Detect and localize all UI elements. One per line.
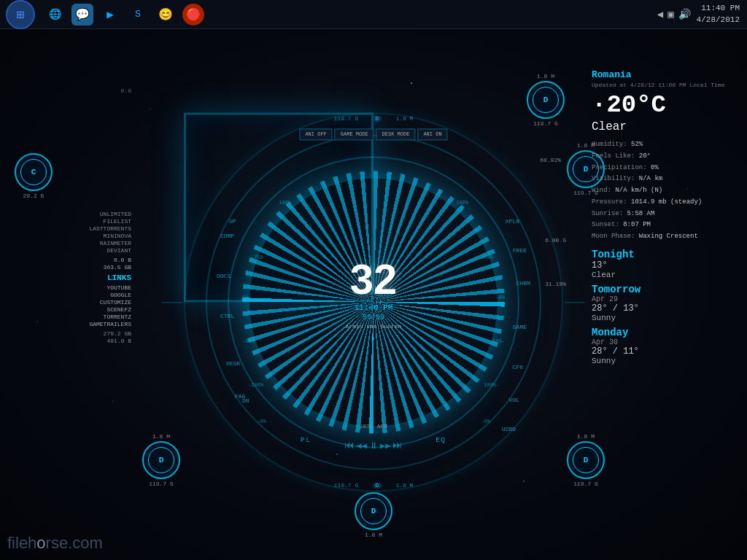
watermark-highlight: o <box>36 534 45 552</box>
sidebar-link-scenefz[interactable]: SCENEFZ <box>7 306 131 313</box>
weather-details: Humidity: 52% Feels Like: 20° Precipitat… <box>592 139 741 243</box>
sidebar-item-deviant[interactable]: DEVIANT <box>7 247 131 254</box>
ani-on-btn[interactable]: ANI ON <box>417 128 447 140</box>
next-btn[interactable]: ⏭ <box>392 440 403 451</box>
sidebar-value-00b: 0.0 B <box>7 257 131 263</box>
node-c-value: 29.2 G <box>15 192 53 199</box>
game-mode-btn[interactable]: GAME MODE <box>335 128 374 140</box>
corner-node-bottom: D 1.8 M <box>355 492 392 538</box>
sidebar-item-filelist[interactable]: FILELIST <box>7 218 131 225</box>
sidebar-link-google[interactable]: GOOGLE <box>7 292 131 298</box>
fwd-btn[interactable]: ▶▶ <box>380 440 390 451</box>
humidity-label: Humidity: <box>592 141 631 148</box>
sidebar-link-youtube[interactable]: YOUTUBE <box>7 284 131 291</box>
clock-time: 11:40 PM <box>697 3 740 14</box>
center-display: 32 11:40 PM 56:09 Armin van Buuren <box>346 258 402 346</box>
desk-mode-btn[interactable]: DESK MODE <box>376 128 416 140</box>
sidebar-link-torrentz[interactable]: TORRENTZ <box>7 314 131 320</box>
corner-node-left-bottom: 1.8 M D 119.7 G <box>142 433 180 487</box>
tomorrow-condition: Sunny <box>592 314 741 322</box>
ani-off-btn[interactable]: ANI OFF <box>299 128 332 140</box>
vis-label: Visibility: <box>592 175 639 182</box>
deco-line-left <box>162 302 182 303</box>
monday-date: Apr 30 <box>592 338 741 346</box>
watermark-text: filehorse.com <box>7 534 103 553</box>
start-button[interactable] <box>6 0 35 29</box>
track-time: 56:09 <box>346 314 402 322</box>
tonight-title: Tonight <box>592 249 741 260</box>
weather-panel: Romania Updated at 4/28/12 11:00 PM Loca… <box>592 69 741 365</box>
taskbar-icon-chat[interactable]: 💬 <box>71 4 93 26</box>
taskbar-icon-skype[interactable]: S <box>127 4 149 26</box>
deco-line-right <box>565 302 585 303</box>
pct-100-tl: 100% <box>279 200 291 206</box>
tomorrow-temp: 28° / 13° <box>592 303 741 314</box>
monday-title: Monday <box>592 327 741 338</box>
volume-icon: 🔊 <box>678 8 691 20</box>
sidebar-value-0-0: 0.0 <box>7 88 131 94</box>
precip-label: Precipitation: <box>592 164 651 171</box>
pause-btn[interactable]: ⏸ <box>369 440 378 451</box>
pct-0-br: -0% <box>481 419 490 424</box>
prev-btn[interactable]: ⏮ <box>344 440 355 451</box>
sidebar-item-rainmeter[interactable]: RAINMETER <box>7 240 131 246</box>
corner-node-right-bottom: 1.8 M D 119.7 G <box>567 433 605 487</box>
label-vol: VOL <box>509 397 519 403</box>
taskbar-icon-play[interactable]: ▶ <box>99 4 121 26</box>
pct-100-br: 100%- <box>484 382 499 388</box>
pct-75-l: -75% <box>251 254 263 260</box>
precip-value: 0% <box>651 164 659 171</box>
taskbar-right-area: ◀ ▣ 🔊 11:40 PM 4/28/2012 <box>657 3 747 26</box>
taskbar-clock: 11:40 PM 4/28/2012 <box>697 3 740 26</box>
artist-name: Armin van Buuren <box>346 323 402 330</box>
svg-marker-0 <box>372 335 375 341</box>
node-d-top: D <box>533 87 559 113</box>
moon-label: Moon Phase: <box>592 233 639 240</box>
pct-0-r: -0% <box>495 295 505 300</box>
rew-btn[interactable]: ◀◀ <box>357 440 367 451</box>
sunrise-label: Sunrise: <box>592 210 627 217</box>
sidebar-value-491b: 491.0 B <box>7 338 131 344</box>
back-icon: ◀ <box>657 8 663 20</box>
label-eq: EQ <box>436 437 446 444</box>
corner-node-topleft: C 29.2 G <box>15 153 53 199</box>
pressure-label: Pressure: <box>592 198 631 206</box>
feels-label: Feels Like: <box>592 152 639 160</box>
links-section-title: LINKS <box>7 273 131 282</box>
sidebar-value-279gb: 279.2 GB <box>7 330 131 337</box>
label-xplr: XPLR <box>506 218 519 225</box>
pressure-value: 1014.9 mb (steady) <box>631 198 702 206</box>
taskbar-icon-app[interactable]: 🔴 <box>182 4 204 26</box>
node-d-right-bottom: D <box>573 447 599 473</box>
mode-buttons: ANI OFF GAME MODE DESK MODE ANI ON <box>299 128 447 140</box>
moon-value: Waxing Crescent <box>639 233 698 240</box>
sidebar-link-customize[interactable]: CUSTOMIZE <box>7 299 131 306</box>
label-ctrl: CTRL <box>220 313 234 319</box>
sidebar-link-gametrailers[interactable]: GAMETRAILERS <box>7 321 131 327</box>
track-date: 28TH APR <box>360 423 387 429</box>
label-comp: COMP <box>220 233 234 239</box>
humidity-value: 52% <box>631 141 643 148</box>
label-chrm: CHRM <box>516 280 530 287</box>
display-icon: ▣ <box>667 8 673 20</box>
weather-temp: ·20°C <box>592 93 741 117</box>
sidebar-item-mininova[interactable]: MININOVA <box>7 233 131 239</box>
sidebar-item-unlimited[interactable]: UNLIMITED <box>7 211 131 217</box>
corner-node-topright-outer: 1.8 M D 119.7 G <box>527 73 565 127</box>
sunset-value: 8:07 PM <box>623 221 651 228</box>
bottom-info: 119.7 G D 1.8 M <box>334 482 414 489</box>
top-info: 119.7 G D 1.8 M <box>334 115 414 122</box>
label-cf6: CF6 <box>513 364 523 370</box>
sidebar-value-363gb: 363.5 GB <box>7 264 131 271</box>
taskbar-icon-emoji[interactable]: 😊 <box>155 4 177 26</box>
pct-50-r: 50%- <box>492 338 505 344</box>
label-docs: DOCS <box>217 273 231 279</box>
label-dn: DN <box>242 397 249 404</box>
taskbar-icon-network[interactable]: 🌐 <box>44 4 66 26</box>
wind-value: N/A km/h (N) <box>615 187 662 194</box>
center-number: 32 <box>346 258 402 300</box>
hud-center: 32 11:40 PM 56:09 Armin van Buuren ANI O… <box>184 112 563 491</box>
center-clock: 11:40 PM <box>346 303 402 312</box>
sidebar-item-lasttorrents[interactable]: LASTTORRENTS <box>7 225 131 232</box>
pct-100-bl: -100% <box>248 382 263 388</box>
